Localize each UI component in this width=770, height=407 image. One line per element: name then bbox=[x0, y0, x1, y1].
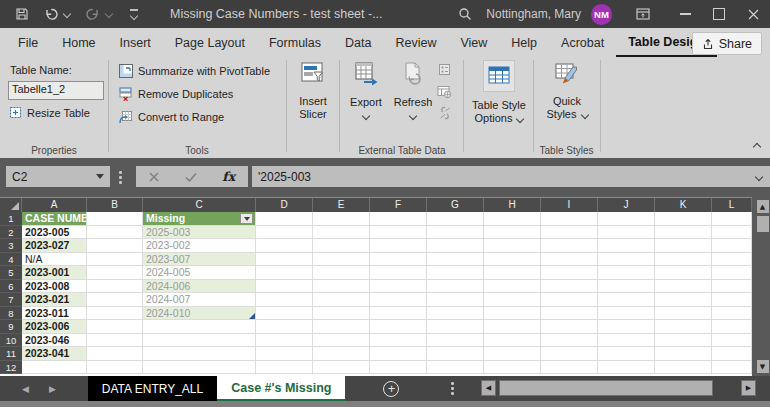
cell-G9[interactable] bbox=[427, 320, 484, 334]
cell-F6[interactable] bbox=[370, 280, 427, 294]
refresh-button[interactable]: Refresh bbox=[390, 61, 436, 119]
cell-B10[interactable] bbox=[87, 334, 143, 348]
share-button[interactable]: Share bbox=[692, 32, 762, 55]
table-resize-handle[interactable] bbox=[249, 313, 255, 319]
tab-acrobat[interactable]: Acrobat bbox=[549, 28, 616, 57]
cell-I4[interactable] bbox=[541, 253, 598, 267]
column-header-B[interactable]: B bbox=[87, 198, 143, 212]
minimize-button[interactable] bbox=[668, 0, 702, 28]
cell-C4[interactable]: 2023-007 bbox=[143, 253, 256, 267]
column-header-D[interactable]: D bbox=[256, 198, 313, 212]
account-name[interactable]: Nottingham, Mary bbox=[486, 7, 581, 21]
cell-G3[interactable] bbox=[427, 239, 484, 253]
tab-insert[interactable]: Insert bbox=[108, 28, 163, 57]
sheet-tab-data-entry-all[interactable]: DATA ENTRY_ALL bbox=[88, 376, 217, 401]
cell-K5[interactable] bbox=[655, 266, 712, 280]
cell-C2[interactable]: 2025-003 bbox=[143, 226, 256, 240]
cell-F5[interactable] bbox=[370, 266, 427, 280]
formula-input[interactable]: '2025-003 bbox=[252, 166, 770, 187]
cell-G7[interactable] bbox=[427, 293, 484, 307]
cell-A9[interactable]: 2023-006 bbox=[22, 320, 87, 334]
cell-D1[interactable] bbox=[256, 212, 313, 226]
cell-F7[interactable] bbox=[370, 293, 427, 307]
tab-home[interactable]: Home bbox=[50, 28, 107, 57]
cell-E2[interactable] bbox=[313, 226, 370, 240]
cell-J7[interactable] bbox=[598, 293, 655, 307]
cell-L1[interactable] bbox=[712, 212, 752, 226]
cell-E12[interactable] bbox=[313, 361, 370, 375]
export-dropdown-icon[interactable] bbox=[362, 112, 370, 120]
cell-G2[interactable] bbox=[427, 226, 484, 240]
table-name-input[interactable]: Tabelle1_2 bbox=[8, 81, 104, 100]
cell-H12[interactable] bbox=[484, 361, 541, 375]
cell-K4[interactable] bbox=[655, 253, 712, 267]
cell-L3[interactable] bbox=[712, 239, 752, 253]
cell-B6[interactable] bbox=[87, 280, 143, 294]
tab-file[interactable]: File bbox=[6, 28, 50, 57]
cell-L8[interactable] bbox=[712, 307, 752, 321]
row-header-6[interactable]: 6 bbox=[0, 280, 22, 294]
row-header-2[interactable]: 2 bbox=[0, 226, 22, 240]
resize-table-button[interactable]: Resize Table bbox=[8, 105, 90, 120]
cell-D11[interactable] bbox=[256, 347, 313, 361]
cell-B2[interactable] bbox=[87, 226, 143, 240]
cell-H7[interactable] bbox=[484, 293, 541, 307]
cell-A12[interactable] bbox=[22, 361, 87, 375]
cell-C7[interactable]: 2024-007 bbox=[143, 293, 256, 307]
cell-J8[interactable] bbox=[598, 307, 655, 321]
undo-dropdown-icon[interactable] bbox=[63, 10, 71, 18]
sheet-nav-left-icon[interactable]: ◀ bbox=[22, 384, 29, 394]
cell-K7[interactable] bbox=[655, 293, 712, 307]
cell-K11[interactable] bbox=[655, 347, 712, 361]
cell-A1[interactable]: CASE NUMBER bbox=[22, 212, 87, 226]
cell-C6[interactable]: 2024-006 bbox=[143, 280, 256, 294]
cell-F2[interactable] bbox=[370, 226, 427, 240]
customize-qat-icon[interactable] bbox=[120, 0, 148, 28]
cell-L9[interactable] bbox=[712, 320, 752, 334]
sheet-bar-options[interactable] bbox=[451, 382, 454, 395]
column-header-I[interactable]: I bbox=[541, 198, 598, 212]
cell-H2[interactable] bbox=[484, 226, 541, 240]
scroll-down-icon[interactable]: ▼ bbox=[757, 360, 769, 373]
row-header-9[interactable]: 9 bbox=[0, 320, 22, 334]
cell-A8[interactable]: 2023-011 bbox=[22, 307, 87, 321]
cell-J2[interactable] bbox=[598, 226, 655, 240]
cell-D3[interactable] bbox=[256, 239, 313, 253]
cell-J3[interactable] bbox=[598, 239, 655, 253]
cell-J4[interactable] bbox=[598, 253, 655, 267]
tab-help[interactable]: Help bbox=[499, 28, 549, 57]
cell-I2[interactable] bbox=[541, 226, 598, 240]
column-header-J[interactable]: J bbox=[598, 198, 655, 212]
cell-E7[interactable] bbox=[313, 293, 370, 307]
tab-page-layout[interactable]: Page Layout bbox=[163, 28, 257, 57]
tab-data[interactable]: Data bbox=[333, 28, 383, 57]
cell-I6[interactable] bbox=[541, 280, 598, 294]
cell-B5[interactable] bbox=[87, 266, 143, 280]
cell-D12[interactable] bbox=[256, 361, 313, 375]
sheet-tab-case-missing[interactable]: Case #'s Missing bbox=[217, 376, 345, 401]
cell-G6[interactable] bbox=[427, 280, 484, 294]
cell-E6[interactable] bbox=[313, 280, 370, 294]
cell-B3[interactable] bbox=[87, 239, 143, 253]
scroll-right-icon[interactable]: ▶ bbox=[741, 380, 756, 396]
row-header-1[interactable]: 1 bbox=[0, 212, 22, 226]
tab-formulas[interactable]: Formulas bbox=[257, 28, 333, 57]
cell-J6[interactable] bbox=[598, 280, 655, 294]
cell-H3[interactable] bbox=[484, 239, 541, 253]
cell-E9[interactable] bbox=[313, 320, 370, 334]
sheet-nav-right-icon[interactable]: ▶ bbox=[49, 384, 56, 394]
cell-C3[interactable]: 2023-002 bbox=[143, 239, 256, 253]
cell-B1[interactable] bbox=[87, 212, 143, 226]
cell-C10[interactable] bbox=[143, 334, 256, 348]
cell-B11[interactable] bbox=[87, 347, 143, 361]
cell-C1[interactable]: Missing bbox=[143, 212, 256, 226]
cell-F1[interactable] bbox=[370, 212, 427, 226]
cell-I10[interactable] bbox=[541, 334, 598, 348]
row-header-8[interactable]: 8 bbox=[0, 307, 22, 321]
cell-C8[interactable]: 2024-010 bbox=[143, 307, 256, 321]
cell-G5[interactable] bbox=[427, 266, 484, 280]
row-header-3[interactable]: 3 bbox=[0, 239, 22, 253]
cell-E11[interactable] bbox=[313, 347, 370, 361]
cell-F10[interactable] bbox=[370, 334, 427, 348]
tab-view[interactable]: View bbox=[448, 28, 499, 57]
